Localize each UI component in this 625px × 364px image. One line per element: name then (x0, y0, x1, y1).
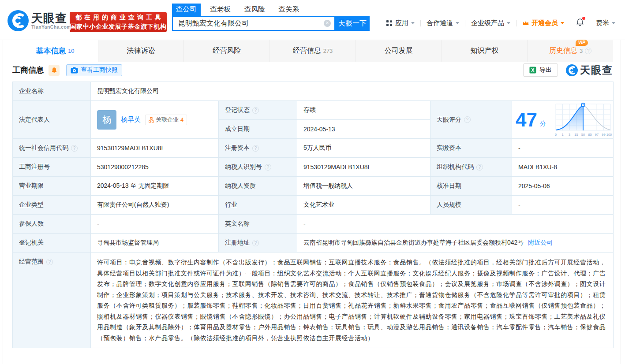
page-right-border (621, 40, 621, 364)
top-menu: 应用 合作通道 企业级产品 开通会员 (386, 18, 615, 28)
watermark-logo: 天眼查 (566, 63, 613, 77)
taxpayer-id-value: 91530129MADLB1XU8L (297, 158, 430, 177)
industry-value: 文化艺术业 (297, 196, 430, 215)
nearby-companies-link[interactable]: 附近公司 (528, 239, 553, 246)
svg-text:3: 3 (569, 133, 570, 137)
menu-vip[interactable]: 开通会员 (522, 19, 564, 27)
help-icon[interactable]: ? (71, 145, 78, 152)
menu-partner[interactable]: 合作通道 (427, 19, 459, 27)
field-label: 纳税人资质 (219, 177, 297, 196)
search-tab-boss[interactable]: 查老板 (206, 4, 235, 16)
divider (465, 20, 465, 26)
slogan-line1: 都在用的商业查询工具 (73, 13, 164, 22)
export-button[interactable]: 导出 (523, 63, 558, 77)
table-row: 统一社会信用代码? 91530129MADLB1XU8L 注册资本? 5万人民币… (13, 139, 614, 158)
field-label: 登记状态? (219, 101, 297, 120)
divider (420, 20, 421, 26)
logo-swirl-icon (7, 10, 29, 31)
table-row: 经营范围? 许可项目：电竞音视频、数字衍生内容制作（不含出版发行）；食品互联网销… (13, 253, 614, 348)
field-label: 实缴资本 (430, 139, 512, 158)
snapshot-button[interactable]: 查看工商快照 (66, 64, 122, 76)
reg-authority-value: 寻甸县市场监督管理局 (91, 234, 219, 253)
search-tabs: 查公司 查老板 查风险 查关系 (172, 6, 370, 16)
search-area: 查公司 查老板 查风险 查关系 × 天眼一下 (172, 6, 370, 31)
tab-risk[interactable]: 经营风险 (184, 40, 270, 62)
est-date-value: 2024-05-13 (297, 120, 430, 139)
credit-code-value: 91530129MADLB1XU8L (91, 139, 219, 158)
field-label: 经营范围? (13, 253, 91, 348)
tab-development[interactable]: 公司发展 (356, 40, 442, 62)
company-name-value: 昆明甄宏文化有限公司 (91, 82, 614, 101)
section-title: 工商信息 (12, 65, 44, 75)
logo-subtitle: TianYanCha.com (31, 24, 71, 30)
divider (516, 20, 516, 26)
page-tabs: 基本信息 10 法律诉讼 经营风险 经营信息 273 公司发展 知识产权 历史信… (0, 40, 625, 62)
slogan-badge: 都在用的商业查询工具 国家中小企业发展子基金旗下机构 (70, 12, 167, 32)
logo-swirl-icon (566, 64, 578, 76)
field-label: 天眼评分? (430, 101, 512, 139)
top-header: 天眼查 TianYanCha.com 都在用的商业查询工具 国家中小企业发展子基… (0, 0, 625, 40)
search-tab-relation[interactable]: 查关系 (275, 4, 303, 16)
reg-capital-value: 5万人民币 (297, 139, 430, 158)
search-tab-risk[interactable]: 查风险 (240, 4, 269, 16)
taxpayer-quality-value: 增值税一般纳税人 (297, 177, 430, 196)
svg-text:50: 50 (581, 133, 585, 137)
chevron-down-icon (561, 22, 564, 26)
field-label: 核准日期 (430, 177, 512, 196)
table-row: 工商注册号 530129000212285 纳税人识别号? 91530129MA… (13, 158, 614, 177)
business-info-table: 企业名称 昆明甄宏文化有限公司 法定代表人 杨 杨早英 关联企业 4 (12, 82, 614, 348)
field-label: 行业 (219, 196, 297, 215)
svg-text:0: 0 (555, 133, 557, 137)
address-cell: 云南省昆明市寻甸回族彝族自治县金所街道办事处草海子社区居委会额秧村042号附近公… (297, 234, 614, 253)
clear-search-icon[interactable]: × (324, 20, 331, 27)
field-label: 登记机关 (13, 234, 91, 253)
company-type-value: 有限责任公司(自然人独资) (91, 196, 219, 215)
help-icon[interactable]: ? (585, 48, 591, 54)
slogan-line2: 国家中小企业发展子基金旗下机构 (70, 22, 167, 31)
help-icon[interactable]: ? (265, 164, 271, 171)
help-icon[interactable]: ? (464, 116, 471, 123)
help-icon[interactable]: ? (252, 145, 259, 152)
help-icon[interactable]: ? (476, 164, 483, 171)
field-label: 成立日期 (219, 120, 297, 139)
help-icon[interactable]: ? (252, 240, 259, 246)
table-row: 企业类型 有限责任公司(自然人独资) 行业 文化艺术业 人员规模 - (13, 196, 614, 215)
section-header: 工商信息 查看工商快照 导出 天眼查 (12, 62, 613, 82)
chevron-down-icon (612, 22, 615, 26)
tab-legal[interactable]: 法律诉讼 (98, 40, 184, 62)
tianyancha-logo[interactable]: 天眼查 TianYanCha.com (7, 10, 71, 31)
search-button[interactable]: 天眼一下 (335, 16, 370, 31)
org-chart-icon (149, 117, 154, 123)
camera-icon (71, 67, 78, 74)
related-companies-tag[interactable]: 关联企业 4 (145, 115, 187, 125)
field-label: 工商注册号 (13, 158, 91, 177)
english-name-value: - (297, 215, 614, 234)
help-icon[interactable]: ? (252, 107, 259, 114)
table-row: 参保人数 - 英文名称 - (13, 215, 614, 234)
field-label: 企业名称 (13, 82, 91, 101)
tab-operating-info[interactable]: 经营信息 273 (270, 40, 356, 62)
subscribe-bell[interactable] (49, 65, 60, 76)
tab-ip[interactable]: 知识产权 (442, 40, 528, 62)
address-value: 云南省昆明市寻甸回族彝族自治县金所街道办事处草海子社区居委会额秧村042号 (303, 239, 524, 246)
field-label: 企业类型 (13, 196, 91, 215)
page-left-border (3, 4, 3, 364)
tab-history[interactable]: 历史信息 3 ? VIP (528, 40, 613, 62)
menu-enterprise[interactable]: 企业级产品 (471, 19, 510, 27)
search-input[interactable] (172, 16, 335, 31)
tab-basic-info[interactable]: 基本信息 10 (12, 40, 98, 62)
menu-user[interactable]: 费米 (596, 19, 615, 27)
field-label: 人员规模 (430, 196, 512, 215)
score-value: 47 (516, 110, 537, 130)
help-icon[interactable]: ? (46, 259, 53, 265)
biz-term-value: 2024-05-13 至 无固定期限 (91, 177, 219, 196)
legal-rep-link[interactable]: 杨早英 (121, 115, 141, 124)
paid-capital-value: - (512, 139, 614, 158)
notifications-bell[interactable] (576, 18, 584, 28)
svg-text:100: 100 (606, 133, 612, 137)
menu-apps[interactable]: 应用 (386, 19, 415, 27)
excel-icon (529, 67, 536, 74)
staff-size-value: - (512, 196, 614, 215)
insured-value: - (91, 215, 219, 234)
search-tab-company[interactable]: 查公司 (172, 4, 201, 16)
